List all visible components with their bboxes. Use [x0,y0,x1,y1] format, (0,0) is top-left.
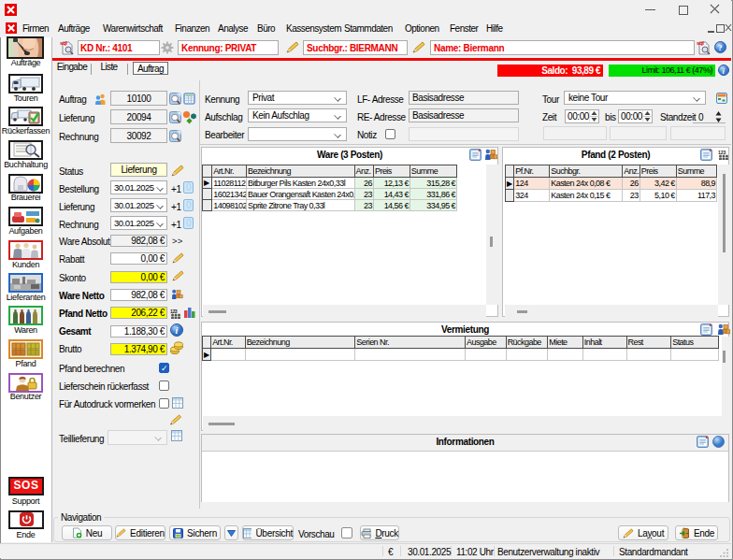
svg-text:123: 123 [170,309,178,314]
svg-text:sql: sql [697,40,704,46]
svg-text:sql: sql [60,40,67,46]
svg-text:123: 123 [718,150,726,155]
svg-text:?: ? [718,43,722,52]
